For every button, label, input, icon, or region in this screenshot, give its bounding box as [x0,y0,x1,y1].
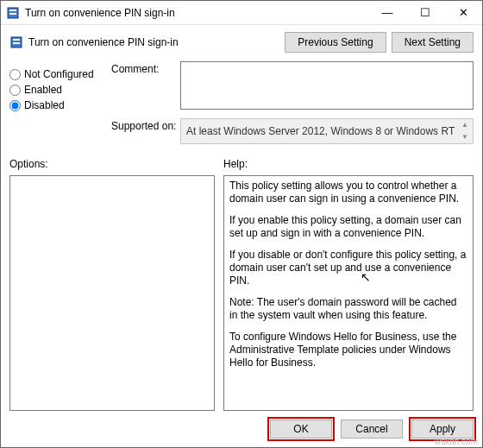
svg-rect-5 [13,42,20,44]
radio-disabled-label: Disabled [24,99,65,111]
radio-not-configured-label: Not Configured [24,68,94,80]
window-title: Turn on convenience PIN sign-in [25,7,368,19]
svg-rect-4 [13,39,20,41]
cancel-button[interactable]: Cancel [341,420,403,439]
fields-column: Comment: Supported on: At least Windows … [111,61,474,153]
comment-label: Comment: [111,61,180,110]
window-controls: — ☐ ✕ [368,1,482,24]
help-label: Help: [223,158,474,170]
help-p4: Note: The user's domain password will be… [229,296,467,322]
radio-not-configured-input[interactable] [9,69,21,80]
policy-title: Turn on convenience PIN sign-in [28,36,179,48]
header-row: Turn on convenience PIN sign-in Previous… [1,25,482,56]
supported-scroll: ▲ ▼ [459,121,471,142]
state-column: Not Configured Enabled Disabled [9,61,111,153]
supported-on-field: At least Windows Server 2012, Windows 8 … [180,118,474,144]
help-p1: This policy setting allows you to contro… [229,180,467,205]
supported-row: Supported on: At least Windows Server 20… [111,118,474,144]
radio-not-configured[interactable]: Not Configured [9,68,111,80]
titlebar: Turn on convenience PIN sign-in — ☐ ✕ [1,1,482,25]
supported-label: Supported on: [111,118,180,144]
radio-enabled[interactable]: Enabled [9,84,111,96]
policy-icon [9,35,23,49]
options-label: Options: [9,158,215,170]
dialog-footer: OK Cancel Apply [1,411,482,447]
help-text: This policy setting allows you to contro… [224,176,473,382]
help-p5: To configure Windows Hello for Business,… [229,331,467,369]
options-pane: Options: [9,158,215,411]
help-pane: Help: This policy setting allows you to … [223,158,474,411]
scroll-up-icon[interactable]: ▲ [459,121,471,129]
dialog-window: Turn on convenience PIN sign-in — ☐ ✕ Tu… [0,0,483,448]
help-box[interactable]: This policy setting allows you to contro… [223,175,474,411]
apply-button[interactable]: Apply [411,420,474,439]
options-box [9,175,215,411]
supported-on-text: At least Windows Server 2012, Windows 8 … [186,125,455,137]
help-p2: If you enable this policy setting, a dom… [229,214,467,240]
settings-area: Not Configured Enabled Disabled Comment:… [1,56,482,153]
maximize-button[interactable]: ☐ [406,1,444,24]
comment-row: Comment: [111,61,474,110]
comment-input[interactable] [180,61,474,110]
svg-rect-1 [9,9,16,11]
close-button[interactable]: ✕ [444,1,482,24]
previous-setting-button[interactable]: Previous Setting [285,32,386,53]
policy-icon [6,6,20,20]
radio-disabled-input[interactable] [9,100,21,111]
scroll-down-icon[interactable]: ▼ [459,133,471,142]
lower-panes: Options: Help: This policy setting allow… [1,153,482,411]
help-p3: If you disable or don't configure this p… [229,249,467,287]
radio-enabled-label: Enabled [24,84,62,96]
svg-rect-2 [9,13,16,15]
radio-disabled[interactable]: Disabled [9,99,111,111]
radio-enabled-input[interactable] [9,85,21,96]
next-setting-button[interactable]: Next Setting [392,32,474,53]
minimize-button[interactable]: — [368,1,406,24]
ok-button[interactable]: OK [270,420,332,439]
